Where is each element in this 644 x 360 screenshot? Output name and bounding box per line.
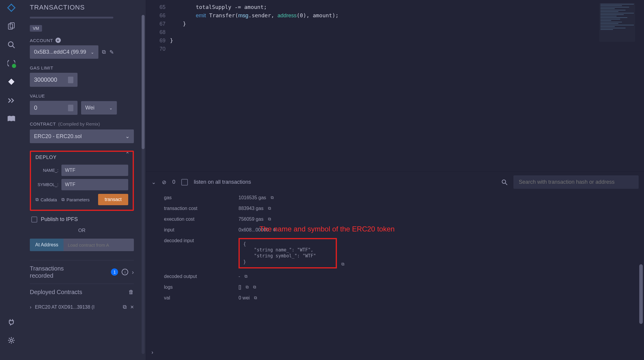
or-divider: OR bbox=[30, 228, 134, 233]
tx-decout-val: - bbox=[239, 274, 240, 279]
progress-bar bbox=[30, 17, 113, 18]
deploy-title: DEPLOY bbox=[35, 155, 128, 160]
parameters-link[interactable]: ⧉Parameters bbox=[61, 197, 90, 202]
files-icon[interactable] bbox=[7, 21, 16, 31]
terminal-search-input[interactable] bbox=[513, 175, 639, 189]
decoded-input-box: { "string name_": "WTF", "string symbol_… bbox=[239, 238, 337, 268]
contract-sublabel: (Compiled by Remix) bbox=[58, 121, 100, 126]
vm-badge: VM bbox=[30, 25, 42, 32]
edit-account-icon[interactable]: ✎ bbox=[109, 49, 114, 55]
deploy-icon[interactable] bbox=[7, 77, 16, 86]
search-icon[interactable] bbox=[501, 179, 507, 185]
copy-icon[interactable]: ⧉ bbox=[246, 285, 249, 290]
tx-count-badge: 1 bbox=[111, 268, 118, 276]
deploy-section: ⌃ DEPLOY NAME_: SYMBOL_: ⧉Calldata ⧉Para… bbox=[30, 151, 134, 211]
tx-gas-val: 1016535 gas bbox=[239, 195, 266, 200]
collapse-terminal-icon[interactable]: ⌄ bbox=[151, 179, 156, 186]
gas-limit-label: GAS LIMIT bbox=[30, 65, 134, 70]
publish-ipfs-checkbox[interactable] bbox=[31, 217, 37, 223]
book-icon[interactable] bbox=[7, 114, 16, 123]
clear-terminal-icon[interactable]: ⊘ bbox=[162, 179, 166, 186]
copy-icon[interactable]: ⧉ bbox=[341, 262, 344, 267]
svg-point-4 bbox=[10, 339, 13, 342]
copy-icon[interactable]: ⧉ bbox=[123, 304, 127, 310]
tx-recorded-title: Transactions recorded bbox=[30, 265, 75, 279]
deployed-contracts-title: Deployed Contracts bbox=[30, 288, 82, 296]
trash-icon[interactable]: 🗑 bbox=[129, 289, 134, 295]
tx-exec-val: 756059 gas bbox=[239, 217, 264, 222]
svg-point-2 bbox=[8, 42, 13, 47]
gear-icon[interactable] bbox=[7, 336, 16, 345]
tx-cost-val: 883943 gas bbox=[239, 206, 264, 211]
symbol-param-input[interactable] bbox=[61, 179, 128, 190]
terminal-scrollbar-thumb[interactable] bbox=[639, 264, 643, 324]
tx-input-key: input bbox=[164, 227, 239, 233]
chevron-down-icon: ⌄ bbox=[125, 133, 130, 140]
name-param-input[interactable] bbox=[61, 165, 128, 176]
copy-icon: ⧉ bbox=[35, 197, 39, 202]
spinner-icon[interactable] bbox=[68, 77, 73, 83]
gas-limit-input[interactable]: 3000000 bbox=[30, 73, 78, 87]
listen-label: listen on all transactions bbox=[194, 179, 251, 185]
at-address-button[interactable]: At Address bbox=[30, 239, 64, 251]
copy-icon[interactable]: ⧉ bbox=[268, 206, 271, 211]
expand-icon[interactable]: › bbox=[30, 305, 31, 310]
svg-point-5 bbox=[502, 180, 506, 183]
tx-exec-key: execution cost bbox=[164, 217, 239, 222]
value-input[interactable]: 0 bbox=[30, 101, 78, 115]
plug-icon[interactable] bbox=[7, 317, 16, 327]
transact-button[interactable]: transact bbox=[98, 194, 128, 205]
copy-icon[interactable]: ⧉ bbox=[271, 195, 274, 200]
publish-ipfs-label: Publish to IPFS bbox=[41, 216, 78, 223]
chevron-right-icon[interactable]: › bbox=[132, 269, 134, 276]
name-param-label: NAME_: bbox=[35, 168, 61, 173]
close-icon[interactable]: × bbox=[130, 304, 134, 310]
terminal-panel: ⌄ ⊘ 0 listen on all transactions gas1016… bbox=[146, 171, 644, 360]
copy-icon: ⧉ bbox=[61, 197, 65, 202]
logo-icon[interactable] bbox=[7, 3, 16, 13]
symbol-param-label: SYMBOL_: bbox=[35, 182, 61, 187]
svg-line-3 bbox=[13, 46, 15, 48]
value-label: VALUE bbox=[30, 93, 134, 98]
minimap[interactable] bbox=[599, 3, 635, 42]
pending-count: 0 bbox=[172, 179, 175, 185]
compile-icon[interactable] bbox=[7, 58, 16, 68]
tx-cost-key: transaction cost bbox=[164, 206, 239, 211]
contract-select[interactable]: ERC20 - ERC20.sol⌄ bbox=[30, 129, 134, 143]
tx-gas-key: gas bbox=[164, 195, 239, 200]
chevron-down-icon: ⌄ bbox=[109, 106, 113, 110]
copy-icon[interactable]: ⧉ bbox=[268, 217, 271, 222]
copy-icon[interactable]: ⧉ bbox=[244, 274, 247, 279]
collapse-icon[interactable]: ⌃ bbox=[125, 151, 130, 157]
code-editor[interactable]: 656667686970 totalSupply -= amount; emit… bbox=[146, 0, 644, 171]
calldata-link[interactable]: ⧉Calldata bbox=[35, 197, 57, 202]
search-icon[interactable] bbox=[7, 40, 16, 50]
copy-icon[interactable]: ⧉ bbox=[253, 285, 256, 290]
account-label: ACCOUNT+ bbox=[30, 38, 134, 43]
line-gutter: 656667686970 bbox=[146, 0, 170, 171]
transaction-details: gas1016535 gas⧉ transaction cost883943 g… bbox=[146, 192, 644, 360]
copy-account-icon[interactable]: ⧉ bbox=[102, 49, 106, 55]
tx-decin-key: decoded input bbox=[164, 238, 239, 268]
add-account-icon[interactable]: + bbox=[55, 38, 61, 43]
chevron-down-icon: ⌄ bbox=[91, 50, 94, 55]
terminal-prompt[interactable]: › bbox=[151, 349, 153, 356]
tx-logs-key: logs bbox=[164, 285, 239, 290]
spinner-icon[interactable] bbox=[68, 105, 73, 111]
tx-val-key: val bbox=[164, 295, 239, 301]
deployed-contract-name: ERC20 AT 0XD91...39138 (I bbox=[35, 305, 119, 310]
listen-checkbox[interactable] bbox=[181, 179, 188, 186]
debug-icon[interactable] bbox=[7, 95, 16, 105]
info-icon[interactable]: i bbox=[122, 269, 128, 275]
scrollbar-thumb[interactable] bbox=[142, 15, 145, 149]
tx-val-val: 0 wei bbox=[239, 295, 250, 301]
svg-line-6 bbox=[505, 183, 507, 185]
tx-decout-key: decoded output bbox=[164, 274, 239, 279]
contract-label: CONTRACT bbox=[30, 121, 56, 126]
annotation-text: The name and symbol of the ERC20 token bbox=[259, 225, 395, 233]
at-address-input[interactable] bbox=[64, 239, 134, 251]
tx-logs-val: [] bbox=[239, 285, 241, 290]
account-select[interactable]: 0x5B3...eddC4 (99.99⌄ bbox=[30, 45, 98, 59]
value-unit-select[interactable]: Wei⌄ bbox=[81, 101, 117, 115]
copy-icon[interactable]: ⧉ bbox=[254, 295, 257, 300]
